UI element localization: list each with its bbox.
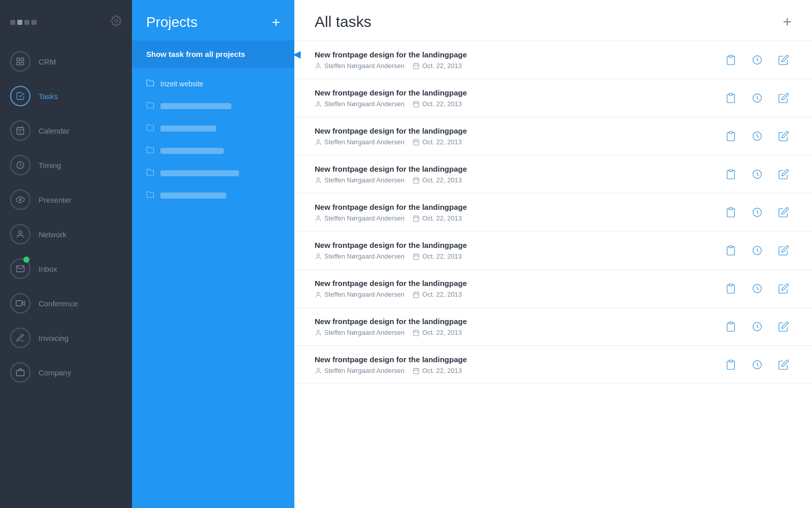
svg-rect-14	[16, 301, 22, 306]
task-clipboard-button[interactable]	[723, 242, 739, 259]
task-timer-button[interactable]	[749, 319, 765, 335]
task-clipboard-button[interactable]	[723, 319, 739, 335]
svg-rect-59	[414, 292, 419, 298]
svg-point-72	[317, 368, 320, 370]
project-item[interactable]: Inzeit website	[132, 73, 294, 95]
task-date-label: Oct. 22, 2013	[422, 252, 462, 260]
task-clipboard-button[interactable]	[723, 166, 739, 182]
sidebar-item-inbox[interactable]: Inbox	[0, 251, 132, 286]
presenter-icon	[10, 189, 30, 210]
svg-rect-1	[17, 58, 19, 60]
svg-rect-52	[414, 254, 419, 260]
sidebar-item-company[interactable]: Company	[0, 355, 132, 390]
task-meta: Steffen Nørgaard Andersen Oct. 22, 2013	[315, 329, 713, 336]
task-row[interactable]: New frontpage design for the landingpage…	[294, 308, 812, 346]
svg-rect-35	[729, 132, 732, 134]
task-title: New frontpage design for the landingpage	[315, 165, 713, 173]
task-info: New frontpage design for the landingpage…	[315, 126, 713, 146]
task-info: New frontpage design for the landingpage…	[315, 203, 713, 222]
task-row[interactable]: New frontpage design for the landingpage…	[294, 79, 812, 117]
task-edit-button[interactable]	[775, 52, 792, 68]
svg-rect-66	[414, 330, 419, 336]
task-row[interactable]: New frontpage design for the landingpage…	[294, 346, 812, 384]
projects-add-button[interactable]: +	[272, 14, 280, 30]
task-assignee: Steffen Nørgaard Andersen	[315, 100, 404, 108]
task-date-label: Oct. 22, 2013	[422, 214, 462, 222]
task-info: New frontpage design for the landingpage…	[315, 355, 713, 374]
task-clipboard-button[interactable]	[723, 128, 739, 144]
task-row[interactable]: New frontpage design for the landingpage…	[294, 41, 812, 79]
sidebar-item-crm[interactable]: CRM	[0, 44, 132, 79]
task-actions	[723, 357, 792, 373]
task-timer-button[interactable]	[749, 90, 765, 106]
task-timer-button[interactable]	[749, 280, 765, 297]
task-assignee: Steffen Nørgaard Andersen	[315, 329, 404, 336]
task-row[interactable]: New frontpage design for the landingpage…	[294, 117, 812, 155]
task-list: New frontpage design for the landingpage…	[294, 41, 812, 508]
task-meta: Steffen Nørgaard Andersen Oct. 22, 2013	[315, 138, 713, 146]
task-clipboard-button[interactable]	[723, 204, 739, 220]
task-clipboard-button[interactable]	[723, 280, 739, 297]
svg-rect-3	[17, 62, 19, 65]
sidebar-item-tasks[interactable]: Tasks	[0, 79, 132, 113]
svg-point-58	[317, 292, 320, 294]
task-timer-button[interactable]	[749, 128, 765, 144]
sidebar-item-label: Timing	[39, 161, 61, 170]
task-assignee: Steffen Nørgaard Andersen	[315, 214, 404, 222]
sidebar-item-presenter[interactable]: Presenter	[0, 182, 132, 217]
task-edit-button[interactable]	[775, 357, 792, 373]
task-timer-button[interactable]	[749, 166, 765, 182]
sidebar-item-invoicing[interactable]: Invoicing	[0, 321, 132, 355]
svg-rect-2	[21, 58, 24, 60]
task-info: New frontpage design for the landingpage…	[315, 279, 713, 298]
add-task-button[interactable]: +	[783, 13, 792, 30]
task-meta: Steffen Nørgaard Andersen Oct. 22, 2013	[315, 252, 713, 260]
sidebar-item-label: CRM	[39, 57, 56, 66]
task-timer-button[interactable]	[749, 357, 765, 373]
project-item[interactable]	[132, 95, 294, 117]
settings-icon[interactable]	[111, 15, 122, 29]
sidebar-item-conference[interactable]: Conference	[0, 286, 132, 321]
assignee-name: Steffen Nørgaard Andersen	[324, 62, 404, 70]
project-item[interactable]	[132, 117, 294, 140]
task-timer-button[interactable]	[749, 52, 765, 68]
task-clipboard-button[interactable]	[723, 52, 739, 68]
sidebar-item-network[interactable]: Network	[0, 217, 132, 251]
project-item[interactable]	[132, 184, 294, 207]
sidebar-navigation: CRM Tasks 21 Calendar	[0, 44, 132, 508]
task-row[interactable]: New frontpage design for the landingpage…	[294, 155, 812, 194]
task-edit-button[interactable]	[775, 280, 792, 297]
sidebar-item-timing[interactable]: Timing	[0, 148, 132, 182]
task-edit-button[interactable]	[775, 319, 792, 335]
project-name-blurred	[160, 148, 224, 154]
task-assignee: Steffen Nørgaard Andersen	[315, 138, 404, 146]
task-assignee: Steffen Nørgaard Andersen	[315, 176, 404, 184]
show-all-tasks-button[interactable]: Show task from all projects	[132, 41, 294, 68]
task-actions	[723, 52, 792, 68]
task-edit-button[interactable]	[775, 90, 792, 106]
task-actions	[723, 242, 792, 259]
main-header: All tasks +	[294, 0, 812, 41]
task-row[interactable]: New frontpage design for the landingpage…	[294, 270, 812, 308]
task-clipboard-button[interactable]	[723, 357, 739, 373]
task-meta: Steffen Nørgaard Andersen Oct. 22, 2013	[315, 214, 713, 222]
svg-rect-21	[729, 55, 732, 57]
projects-title: Projects	[146, 14, 197, 30]
task-timer-button[interactable]	[749, 204, 765, 220]
task-edit-button[interactable]	[775, 128, 792, 144]
task-clipboard-button[interactable]	[723, 90, 739, 106]
task-row[interactable]: New frontpage design for the landingpage…	[294, 232, 812, 270]
task-edit-button[interactable]	[775, 204, 792, 220]
task-row[interactable]: New frontpage design for the landingpage…	[294, 194, 812, 232]
task-edit-button[interactable]	[775, 242, 792, 259]
sidebar-item-calendar[interactable]: 21 Calendar	[0, 113, 132, 148]
folder-icon	[146, 123, 154, 134]
task-edit-button[interactable]	[775, 166, 792, 182]
project-name-blurred	[160, 125, 216, 132]
logo-dot	[24, 20, 29, 25]
task-timer-button[interactable]	[749, 242, 765, 259]
task-title: New frontpage design for the landingpage	[315, 355, 713, 364]
logo	[10, 20, 37, 25]
project-item[interactable]	[132, 140, 294, 162]
project-item[interactable]	[132, 162, 294, 184]
